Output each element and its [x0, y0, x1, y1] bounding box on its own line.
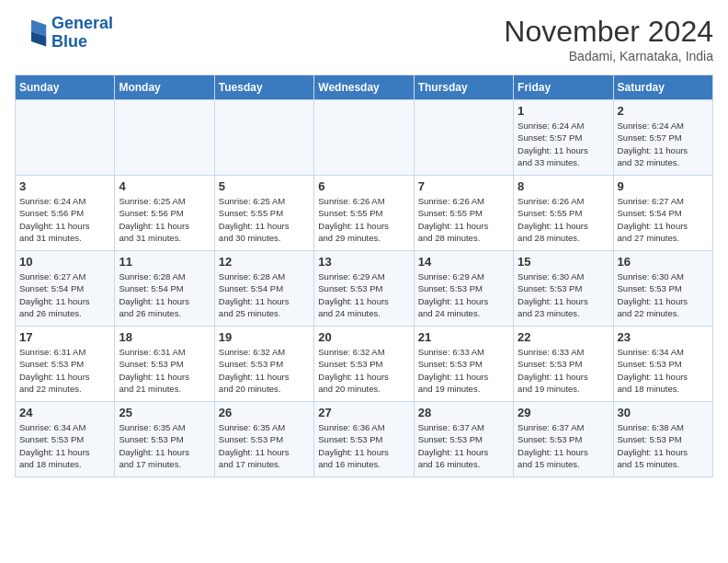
- calendar-cell: 21Sunrise: 6:33 AM Sunset: 5:53 PM Dayli…: [414, 327, 513, 402]
- day-info: Sunrise: 6:38 AM Sunset: 5:53 PM Dayligh…: [618, 421, 709, 470]
- calendar-cell: 6Sunrise: 6:26 AM Sunset: 5:55 PM Daylig…: [314, 176, 414, 251]
- day-info: Sunrise: 6:36 AM Sunset: 5:53 PM Dayligh…: [318, 421, 409, 470]
- calendar-cell: [314, 100, 414, 176]
- calendar-cell: 24Sunrise: 6:34 AM Sunset: 5:53 PM Dayli…: [16, 402, 115, 477]
- day-info: Sunrise: 6:34 AM Sunset: 5:53 PM Dayligh…: [19, 421, 110, 470]
- day-info: Sunrise: 6:24 AM Sunset: 5:57 PM Dayligh…: [518, 120, 609, 168]
- day-info: Sunrise: 6:27 AM Sunset: 5:54 PM Dayligh…: [19, 270, 110, 319]
- day-info: Sunrise: 6:24 AM Sunset: 5:56 PM Dayligh…: [19, 195, 110, 244]
- calendar-cell: 12Sunrise: 6:28 AM Sunset: 5:54 PM Dayli…: [214, 251, 313, 327]
- calendar-table: Sunday Monday Tuesday Wednesday Thursday…: [15, 75, 713, 477]
- day-number: 6: [318, 179, 409, 193]
- day-number: 2: [618, 104, 709, 118]
- calendar-cell: 29Sunrise: 6:37 AM Sunset: 5:53 PM Dayli…: [514, 402, 613, 477]
- day-number: 18: [119, 330, 210, 344]
- day-number: 7: [418, 179, 509, 193]
- day-info: Sunrise: 6:29 AM Sunset: 5:53 PM Dayligh…: [418, 270, 509, 319]
- calendar-cell: 8Sunrise: 6:26 AM Sunset: 5:55 PM Daylig…: [514, 176, 613, 251]
- day-info: Sunrise: 6:34 AM Sunset: 5:53 PM Dayligh…: [618, 346, 709, 395]
- header-sunday: Sunday: [16, 75, 115, 100]
- calendar-cell: 13Sunrise: 6:29 AM Sunset: 5:53 PM Dayli…: [314, 251, 414, 327]
- day-number: 23: [618, 330, 709, 344]
- calendar-cell: 5Sunrise: 6:25 AM Sunset: 5:55 PM Daylig…: [214, 176, 313, 251]
- day-info: Sunrise: 6:26 AM Sunset: 5:55 PM Dayligh…: [418, 195, 509, 244]
- day-number: 20: [318, 330, 409, 344]
- day-number: 13: [318, 255, 409, 269]
- calendar-body: 1Sunrise: 6:24 AM Sunset: 5:57 PM Daylig…: [16, 100, 713, 477]
- calendar-cell: 7Sunrise: 6:26 AM Sunset: 5:55 PM Daylig…: [414, 176, 513, 251]
- day-number: 3: [19, 179, 110, 193]
- day-number: 24: [19, 406, 110, 419]
- day-number: 29: [518, 406, 609, 419]
- day-info: Sunrise: 6:32 AM Sunset: 5:53 PM Dayligh…: [219, 346, 310, 395]
- day-info: Sunrise: 6:28 AM Sunset: 5:54 PM Dayligh…: [119, 270, 210, 319]
- day-number: 5: [219, 179, 310, 193]
- calendar-cell: 25Sunrise: 6:35 AM Sunset: 5:53 PM Dayli…: [115, 402, 214, 477]
- day-info: Sunrise: 6:37 AM Sunset: 5:53 PM Dayligh…: [518, 421, 609, 470]
- day-info: Sunrise: 6:31 AM Sunset: 5:53 PM Dayligh…: [119, 346, 210, 395]
- calendar-cell: 1Sunrise: 6:24 AM Sunset: 5:57 PM Daylig…: [514, 100, 613, 176]
- calendar-cell: 18Sunrise: 6:31 AM Sunset: 5:53 PM Dayli…: [115, 327, 214, 402]
- calendar-header: Sunday Monday Tuesday Wednesday Thursday…: [16, 75, 713, 100]
- day-number: 9: [618, 179, 709, 193]
- day-number: 28: [418, 406, 509, 419]
- day-number: 30: [618, 406, 709, 419]
- calendar-cell: 23Sunrise: 6:34 AM Sunset: 5:53 PM Dayli…: [613, 327, 712, 402]
- calendar-cell: 4Sunrise: 6:25 AM Sunset: 5:56 PM Daylig…: [115, 176, 214, 251]
- calendar-cell: 11Sunrise: 6:28 AM Sunset: 5:54 PM Dayli…: [115, 251, 214, 327]
- day-info: Sunrise: 6:26 AM Sunset: 5:55 PM Dayligh…: [518, 195, 609, 244]
- calendar-cell: [16, 100, 115, 176]
- day-info: Sunrise: 6:30 AM Sunset: 5:53 PM Dayligh…: [518, 270, 609, 319]
- day-info: Sunrise: 6:25 AM Sunset: 5:55 PM Dayligh…: [219, 195, 310, 244]
- header-monday: Monday: [115, 75, 214, 100]
- calendar-cell: [414, 100, 513, 176]
- calendar-cell: 2Sunrise: 6:24 AM Sunset: 5:57 PM Daylig…: [613, 100, 712, 176]
- day-info: Sunrise: 6:28 AM Sunset: 5:54 PM Dayligh…: [219, 270, 310, 319]
- day-number: 11: [119, 255, 210, 269]
- logo: General Blue: [15, 15, 113, 52]
- day-number: 10: [19, 255, 110, 269]
- day-number: 19: [219, 330, 310, 344]
- header-thursday: Thursday: [414, 75, 513, 100]
- day-number: 1: [518, 104, 609, 118]
- calendar-cell: 27Sunrise: 6:36 AM Sunset: 5:53 PM Dayli…: [314, 402, 414, 477]
- day-number: 25: [119, 406, 210, 419]
- day-info: Sunrise: 6:26 AM Sunset: 5:55 PM Dayligh…: [318, 195, 409, 244]
- calendar-cell: 20Sunrise: 6:32 AM Sunset: 5:53 PM Dayli…: [314, 327, 414, 402]
- day-number: 14: [418, 255, 509, 269]
- day-number: 21: [418, 330, 509, 344]
- day-info: Sunrise: 6:29 AM Sunset: 5:53 PM Dayligh…: [318, 270, 409, 319]
- month-title: November 2024: [504, 15, 713, 49]
- header-saturday: Saturday: [613, 75, 712, 100]
- day-number: 26: [219, 406, 310, 419]
- calendar-cell: 30Sunrise: 6:38 AM Sunset: 5:53 PM Dayli…: [613, 402, 712, 477]
- day-info: Sunrise: 6:27 AM Sunset: 5:54 PM Dayligh…: [618, 195, 709, 244]
- calendar-cell: [214, 100, 313, 176]
- day-number: 8: [518, 179, 609, 193]
- calendar-cell: [115, 100, 214, 176]
- day-number: 16: [618, 255, 709, 269]
- logo-icon: [15, 17, 48, 50]
- day-info: Sunrise: 6:37 AM Sunset: 5:53 PM Dayligh…: [418, 421, 509, 470]
- calendar-cell: 15Sunrise: 6:30 AM Sunset: 5:53 PM Dayli…: [514, 251, 613, 327]
- day-info: Sunrise: 6:33 AM Sunset: 5:53 PM Dayligh…: [418, 346, 509, 395]
- calendar-cell: 9Sunrise: 6:27 AM Sunset: 5:54 PM Daylig…: [613, 176, 712, 251]
- calendar-cell: 10Sunrise: 6:27 AM Sunset: 5:54 PM Dayli…: [16, 251, 115, 327]
- logo-text: General Blue: [51, 15, 113, 52]
- day-number: 17: [19, 330, 110, 344]
- calendar-cell: 28Sunrise: 6:37 AM Sunset: 5:53 PM Dayli…: [414, 402, 513, 477]
- header-tuesday: Tuesday: [214, 75, 313, 100]
- day-info: Sunrise: 6:35 AM Sunset: 5:53 PM Dayligh…: [219, 421, 310, 470]
- day-number: 12: [219, 255, 310, 269]
- day-info: Sunrise: 6:35 AM Sunset: 5:53 PM Dayligh…: [119, 421, 210, 470]
- page-header: General Blue November 2024 Badami, Karna…: [15, 15, 713, 63]
- day-info: Sunrise: 6:33 AM Sunset: 5:53 PM Dayligh…: [518, 346, 609, 395]
- title-block: November 2024 Badami, Karnataka, India: [504, 15, 713, 63]
- day-info: Sunrise: 6:25 AM Sunset: 5:56 PM Dayligh…: [119, 195, 210, 244]
- calendar-cell: 16Sunrise: 6:30 AM Sunset: 5:53 PM Dayli…: [613, 251, 712, 327]
- header-wednesday: Wednesday: [314, 75, 414, 100]
- calendar-cell: 26Sunrise: 6:35 AM Sunset: 5:53 PM Dayli…: [214, 402, 313, 477]
- day-number: 4: [119, 179, 210, 193]
- day-number: 27: [318, 406, 409, 419]
- day-number: 15: [518, 255, 609, 269]
